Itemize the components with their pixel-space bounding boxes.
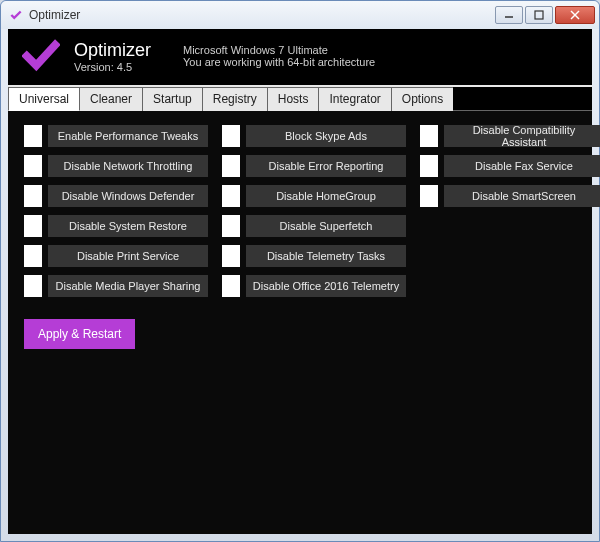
opt-windows-defender[interactable]: Disable Windows Defender: [48, 185, 208, 207]
tab-hosts[interactable]: Hosts: [267, 87, 320, 111]
opt-system-restore[interactable]: Disable System Restore: [48, 215, 208, 237]
opt-compat-assistant[interactable]: Disable Compatibility Assistant: [444, 125, 600, 147]
opt-superfetch[interactable]: Disable Superfetch: [246, 215, 406, 237]
opt-smartscreen[interactable]: Disable SmartScreen: [444, 185, 600, 207]
check-smartscreen[interactable]: [420, 185, 438, 207]
tab-content-universal: Enable Performance Tweaks Block Skype Ad…: [8, 111, 592, 534]
window-controls: [495, 6, 595, 24]
check-performance-tweaks[interactable]: [24, 125, 42, 147]
check-print-service[interactable]: [24, 245, 42, 267]
opt-error-reporting[interactable]: Disable Error Reporting: [246, 155, 406, 177]
opt-telemetry-tasks[interactable]: Disable Telemetry Tasks: [246, 245, 406, 267]
opt-media-player-sharing[interactable]: Disable Media Player Sharing: [48, 275, 208, 297]
app-version: Version: 4.5: [74, 61, 151, 73]
titlebar-text: Optimizer: [29, 8, 495, 22]
checkmark-icon: [22, 37, 60, 75]
app-header: Optimizer Version: 4.5 Microsoft Windows…: [8, 29, 592, 85]
svg-rect-1: [535, 11, 543, 19]
os-info: Microsoft Windows 7 Ultimate: [183, 44, 375, 56]
opt-office-telemetry[interactable]: Disable Office 2016 Telemetry: [246, 275, 406, 297]
tab-integrator[interactable]: Integrator: [318, 87, 391, 111]
tab-cleaner[interactable]: Cleaner: [79, 87, 143, 111]
close-button[interactable]: [555, 6, 595, 24]
app-icon: [9, 8, 23, 22]
check-media-player-sharing[interactable]: [24, 275, 42, 297]
tab-universal[interactable]: Universal: [8, 87, 80, 111]
check-office-telemetry[interactable]: [222, 275, 240, 297]
tab-options[interactable]: Options: [391, 87, 454, 111]
opt-performance-tweaks[interactable]: Enable Performance Tweaks: [48, 125, 208, 147]
titlebar[interactable]: Optimizer: [1, 1, 599, 29]
apply-restart-button[interactable]: Apply & Restart: [24, 319, 135, 349]
check-fax-service[interactable]: [420, 155, 438, 177]
check-windows-defender[interactable]: [24, 185, 42, 207]
check-superfetch[interactable]: [222, 215, 240, 237]
app-title: Optimizer: [74, 40, 151, 61]
client-area: Optimizer Version: 4.5 Microsoft Windows…: [8, 29, 592, 534]
tab-strip: Universal Cleaner Startup Registry Hosts…: [8, 87, 592, 111]
arch-info: You are working with 64-bit architecture: [183, 56, 375, 68]
app-window: Optimizer Optimizer Version: 4.5 Microso…: [0, 0, 600, 542]
opt-fax-service[interactable]: Disable Fax Service: [444, 155, 600, 177]
check-telemetry-tasks[interactable]: [222, 245, 240, 267]
tab-startup[interactable]: Startup: [142, 87, 203, 111]
opt-block-skype-ads[interactable]: Block Skype Ads: [246, 125, 406, 147]
check-system-restore[interactable]: [24, 215, 42, 237]
minimize-button[interactable]: [495, 6, 523, 24]
opt-network-throttling[interactable]: Disable Network Throttling: [48, 155, 208, 177]
tab-registry[interactable]: Registry: [202, 87, 268, 111]
check-error-reporting[interactable]: [222, 155, 240, 177]
maximize-button[interactable]: [525, 6, 553, 24]
check-network-throttling[interactable]: [24, 155, 42, 177]
opt-homegroup[interactable]: Disable HomeGroup: [246, 185, 406, 207]
opt-print-service[interactable]: Disable Print Service: [48, 245, 208, 267]
check-block-skype-ads[interactable]: [222, 125, 240, 147]
check-homegroup[interactable]: [222, 185, 240, 207]
check-compat-assistant[interactable]: [420, 125, 438, 147]
